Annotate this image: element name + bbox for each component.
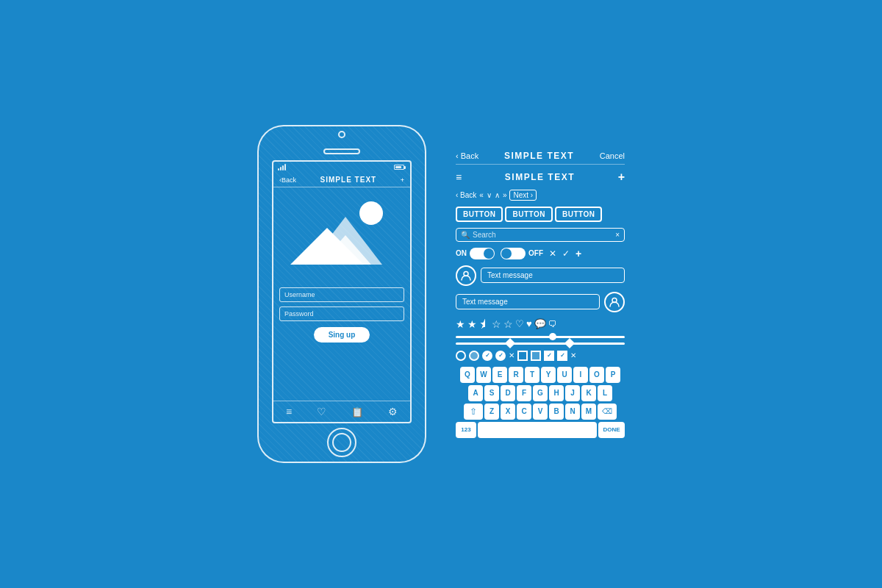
pag-double-left[interactable]: « xyxy=(479,191,484,199)
phone-bottom-nav: ≡ ♡ 📋 ⚙ xyxy=(273,401,410,422)
button-3[interactable]: BUTTON xyxy=(555,207,602,222)
keyboard-row-4: 123 DONE xyxy=(456,422,625,438)
star-filled-1[interactable]: ★ xyxy=(456,318,465,330)
key-delete[interactable]: ⌫ xyxy=(598,404,617,420)
toggle-off-knob xyxy=(501,248,512,259)
slider-2-thumb-2[interactable] xyxy=(564,338,574,348)
slider-1-thumb[interactable] xyxy=(549,333,556,340)
search-input[interactable] xyxy=(473,231,612,239)
avatar-left xyxy=(456,265,476,286)
key-Q[interactable]: Q xyxy=(460,367,475,383)
key-done[interactable]: DONE xyxy=(598,422,625,438)
slider-2-thumb-1[interactable] xyxy=(505,338,515,348)
slider-2[interactable] xyxy=(456,343,625,345)
key-E[interactable]: E xyxy=(492,367,507,383)
key-P[interactable]: P xyxy=(606,367,620,383)
slider-1[interactable] xyxy=(456,336,625,338)
key-D[interactable]: D xyxy=(501,385,515,401)
heart-empty[interactable]: ♡ xyxy=(515,318,524,329)
key-R[interactable]: R xyxy=(509,367,523,383)
phone-signup-button[interactable]: Sing up xyxy=(314,327,370,343)
checkbox-checked-1[interactable]: ✓ xyxy=(544,351,554,361)
search-bar[interactable]: 🔍 × xyxy=(456,228,625,242)
key-H[interactable]: H xyxy=(549,385,564,401)
checkbox-empty-2[interactable] xyxy=(531,351,541,361)
key-Y[interactable]: Y xyxy=(541,367,556,383)
button-1[interactable]: BUTTON xyxy=(456,207,503,222)
key-A[interactable]: A xyxy=(468,385,483,401)
key-J[interactable]: J xyxy=(565,385,580,401)
key-X[interactable]: X xyxy=(501,404,515,420)
phone-settings-icon[interactable]: ⚙ xyxy=(388,406,398,417)
toggle-on[interactable]: ON xyxy=(456,248,495,259)
key-numbers[interactable]: 123 xyxy=(456,422,476,438)
pag-back-button[interactable]: ‹ Back xyxy=(456,191,476,199)
key-space[interactable] xyxy=(478,422,597,438)
star-half-1[interactable]: ⯨ xyxy=(479,318,490,330)
nav-bar-1: ‹ Back SIMPLE TEXT Cancel xyxy=(456,151,625,165)
star-empty-2[interactable]: ☆ xyxy=(503,318,513,330)
key-O[interactable]: O xyxy=(589,367,604,383)
key-G[interactable]: G xyxy=(533,385,548,401)
toggle-off-track[interactable] xyxy=(501,248,526,259)
avatar-icon-left xyxy=(460,270,472,282)
toolbar-row: ≡ SIMPLE TEXT + xyxy=(456,171,625,184)
comment-empty[interactable]: 💬 xyxy=(534,318,546,329)
pag-next-button[interactable]: Next › xyxy=(509,190,537,201)
key-U[interactable]: U xyxy=(557,367,572,383)
signal-icon xyxy=(278,164,286,171)
radio-empty-1[interactable] xyxy=(456,351,466,361)
key-F[interactable]: F xyxy=(517,385,531,401)
radio-x: ✕ xyxy=(509,351,514,359)
comment-filled[interactable]: 🗨 xyxy=(548,319,557,329)
key-L[interactable]: L xyxy=(598,385,612,401)
key-C[interactable]: C xyxy=(517,404,531,420)
key-I[interactable]: I xyxy=(573,367,588,383)
slider-container xyxy=(456,336,625,345)
star-filled-2[interactable]: ★ xyxy=(467,318,477,330)
hamburger-icon[interactable]: ≡ xyxy=(456,171,462,183)
phone-username-field[interactable]: Username xyxy=(279,287,404,302)
nav1-back-button[interactable]: ‹ Back xyxy=(456,151,478,160)
key-V[interactable]: V xyxy=(533,404,548,420)
phone-home-button[interactable] xyxy=(327,428,356,457)
toolbar-plus-button[interactable]: + xyxy=(618,171,625,184)
star-empty-1[interactable]: ☆ xyxy=(492,318,501,330)
phone-plus-button[interactable]: + xyxy=(401,176,404,184)
key-K[interactable]: K xyxy=(581,385,596,401)
key-Z[interactable]: Z xyxy=(484,404,499,420)
key-M[interactable]: M xyxy=(581,404,596,420)
radio-filled-1[interactable] xyxy=(469,351,479,361)
radio-checked-1[interactable]: ✓ xyxy=(482,351,492,361)
phone-back-button[interactable]: ‹Back xyxy=(279,176,296,184)
message-bubble-1: Text message xyxy=(481,268,625,283)
radio-checked-2[interactable]: ✓ xyxy=(495,351,506,361)
key-W[interactable]: W xyxy=(476,367,491,383)
heart-filled[interactable]: ♥ xyxy=(526,318,532,329)
phone-camera xyxy=(338,131,345,138)
pag-chevron-up[interactable]: ∧ xyxy=(495,191,500,199)
phone-mockup: ‹Back SIMPLE TEXT + Username xyxy=(257,125,426,463)
key-N[interactable]: N xyxy=(565,404,580,420)
search-clear-button[interactable]: × xyxy=(615,231,620,239)
phone-password-field[interactable]: Password xyxy=(279,306,404,321)
pag-chevron-down[interactable]: ∨ xyxy=(487,191,492,199)
key-S[interactable]: S xyxy=(484,385,499,401)
mountain-illustration xyxy=(287,195,397,276)
button-2[interactable]: BUTTON xyxy=(505,207,552,222)
key-B[interactable]: B xyxy=(549,404,564,420)
pag-double-right[interactable]: » xyxy=(503,191,507,199)
toggle-off-label: OFF xyxy=(528,249,543,257)
checkbox-checked-2[interactable]: ✓ xyxy=(557,351,567,361)
phone-heart-icon[interactable]: ♡ xyxy=(317,406,326,417)
nav1-cancel-button[interactable]: Cancel xyxy=(600,151,625,160)
key-shift[interactable]: ⇧ xyxy=(464,404,483,420)
key-T[interactable]: T xyxy=(525,367,539,383)
toggle-on-label: ON xyxy=(456,249,467,257)
phone-menu-icon[interactable]: ≡ xyxy=(286,406,292,417)
phone-note-icon[interactable]: 📋 xyxy=(351,406,363,417)
toggle-off[interactable]: OFF xyxy=(501,248,543,259)
toggle-on-track[interactable] xyxy=(470,248,495,259)
checkbox-empty-1[interactable] xyxy=(517,351,528,361)
phone-home-button-inner xyxy=(332,433,351,452)
